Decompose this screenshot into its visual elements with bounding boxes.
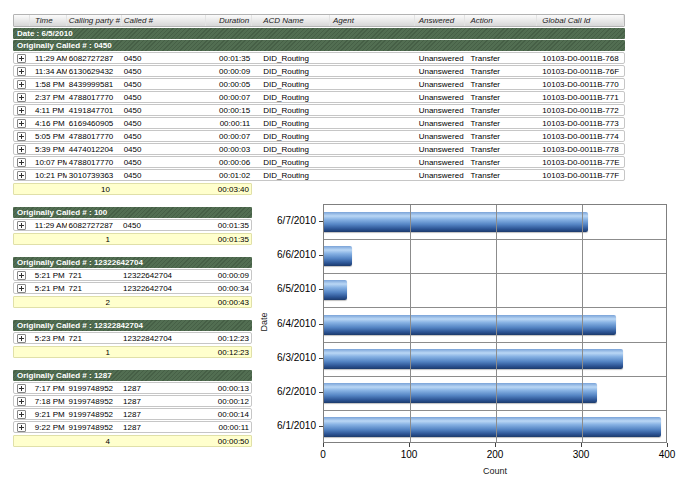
y-tick-mark: [319, 358, 323, 359]
column-header-Duration[interactable]: Duration: [206, 15, 252, 26]
expand-cell: [14, 144, 30, 154]
cell-Calling party #: 721: [67, 270, 122, 280]
y-tick-mark: [319, 324, 323, 325]
group-header: Originally Called # : 12322642704: [13, 257, 252, 268]
cell-Called #: 0450: [122, 144, 207, 154]
expand-plus-icon[interactable]: [17, 384, 26, 393]
expand-cell: [14, 92, 30, 102]
cell-ACD Name: DID_Routing: [252, 79, 330, 89]
cell-Calling party #: 8439999581: [67, 79, 122, 89]
summary-count: 1: [14, 347, 122, 357]
group-header: Originally Called # : 1287: [13, 370, 252, 381]
cell-Global Call Id: 10103-D0-0011B-771: [537, 92, 624, 102]
summary-total-duration: 00:03:40: [122, 184, 251, 194]
expand-plus-icon[interactable]: [17, 106, 26, 115]
table-row: 11:34 AM6130629432045000:00:09DID_Routin…: [13, 65, 625, 77]
cell-Action: Transfer: [465, 105, 538, 115]
table-row: 9:21 PM9199748952128700:00:14: [13, 408, 252, 420]
cell-Answered: Unanswered: [415, 92, 465, 102]
table-row: 11:29 AM6082727287045000:01:35DID_Routin…: [13, 52, 625, 64]
cell-Calling party #: 6082727287: [67, 220, 122, 230]
summary-total-duration: 00:12:23: [122, 347, 251, 357]
expand-plus-icon[interactable]: [17, 54, 26, 63]
expand-plus-icon[interactable]: [17, 221, 26, 230]
cell-Calling party #: 4788017770: [67, 131, 122, 141]
cell-ACD Name: DID_Routing: [252, 105, 330, 115]
x-tick-mark: [323, 443, 324, 447]
cell-Agent: [330, 144, 415, 154]
cell-Time: 7:17 PM: [30, 383, 67, 393]
expand-plus-icon[interactable]: [17, 67, 26, 76]
expand-plus-icon[interactable]: [17, 334, 26, 343]
column-header-expand[interactable]: [14, 15, 30, 26]
cell-ACD Name: DID_Routing: [252, 53, 330, 63]
expand-cell: [14, 105, 30, 115]
cell-Called #: 0450: [122, 53, 207, 63]
group-summary-row: 100:01:35: [13, 233, 252, 245]
cell-Answered: Unanswered: [415, 118, 465, 128]
cell-Called #: 0450: [121, 220, 205, 230]
cell-Calling party #: 4788017770: [67, 157, 122, 167]
table-row: 4:16 PM6169460905045000:00:11DID_Routing…: [13, 117, 625, 129]
cell-Duration: 00:01:35: [205, 220, 251, 230]
cell-Global Call Id: 10103-D0-0011B-773: [537, 118, 624, 128]
column-header-Agent[interactable]: Agent: [330, 15, 415, 26]
group-header: Originally Called # : 12322842704: [13, 320, 252, 331]
column-header-Global Call Id[interactable]: Global Call Id: [537, 15, 624, 26]
group-summary-row: 400:00:50: [13, 435, 252, 447]
expand-plus-icon[interactable]: [17, 397, 26, 406]
table-row: 9:22 PM9199748952128700:00:11: [13, 421, 252, 433]
v-gridline: [496, 205, 497, 442]
table-row: 5:21 PM7211232264270400:00:09: [13, 269, 252, 281]
expand-plus-icon[interactable]: [17, 158, 26, 167]
expand-plus-icon[interactable]: [17, 423, 26, 432]
column-header-Action[interactable]: Action: [465, 15, 538, 26]
expand-cell: [14, 66, 30, 76]
column-header-Answered[interactable]: Answered: [415, 15, 465, 26]
column-header-ACD Name[interactable]: ACD Name: [252, 15, 330, 26]
column-header-Calling party #[interactable]: Calling party #: [67, 15, 122, 26]
cell-Calling party #: 6130629432: [67, 66, 122, 76]
expand-plus-icon[interactable]: [17, 171, 26, 180]
cell-Calling party #: 721: [67, 333, 122, 343]
cell-Agent: [330, 118, 415, 128]
summary-count: 4: [14, 436, 122, 446]
cell-Calling party #: 3010739363: [67, 170, 122, 180]
chart-bar: [324, 383, 597, 403]
table-row: 2:37 PM4788017770045000:00:07DID_Routing…: [13, 91, 625, 103]
table-row: 5:21 PM7211232264270400:00:34: [13, 282, 252, 294]
expand-plus-icon[interactable]: [17, 284, 26, 293]
cell-Answered: Unanswered: [415, 144, 465, 154]
table-row: 5:23 PM7211232284270400:12:23: [13, 332, 252, 344]
cell-Duration: 00:00:34: [205, 283, 251, 293]
y-tick-mark: [319, 255, 323, 256]
expand-plus-icon[interactable]: [17, 80, 26, 89]
column-header-Time[interactable]: Time: [30, 15, 67, 26]
expand-plus-icon[interactable]: [17, 271, 26, 280]
cell-Answered: Unanswered: [415, 53, 465, 63]
expand-plus-icon[interactable]: [17, 119, 26, 128]
cell-Duration: 00:00:13: [205, 383, 251, 393]
cell-Answered: Unanswered: [415, 157, 465, 167]
expand-plus-icon[interactable]: [17, 410, 26, 419]
summary-count: 10: [14, 184, 122, 194]
cell-Global Call Id: 10103-D0-0011B-76F: [537, 66, 624, 76]
expand-plus-icon[interactable]: [17, 132, 26, 141]
y-tick-label: 6/7/2010: [258, 215, 316, 227]
expand-plus-icon[interactable]: [17, 93, 26, 102]
expand-cell: [14, 422, 30, 432]
cell-Calling party #: 6169460905: [67, 118, 122, 128]
y-tick-mark: [319, 426, 323, 427]
cell-Called #: 0450: [122, 92, 207, 102]
cell-Duration: 00:00:09: [206, 66, 252, 76]
cell-Called #: 0450: [122, 105, 207, 115]
cell-Calling party #: 9199748952: [67, 409, 122, 419]
cell-Time: 11:29 AM: [30, 220, 67, 230]
expand-plus-icon[interactable]: [17, 145, 26, 154]
column-header-Called #[interactable]: Called #: [122, 15, 207, 26]
chart-bar: [324, 349, 623, 369]
table-row: 5:05 PM4788017770045000:00:07DID_Routing…: [13, 130, 625, 142]
cell-Duration: 00:00:03: [206, 144, 252, 154]
count-by-date-bar-chart: Date 6/7/20106/6/20106/5/20106/4/20106/3…: [258, 200, 670, 482]
cell-Action: Transfer: [465, 131, 538, 141]
